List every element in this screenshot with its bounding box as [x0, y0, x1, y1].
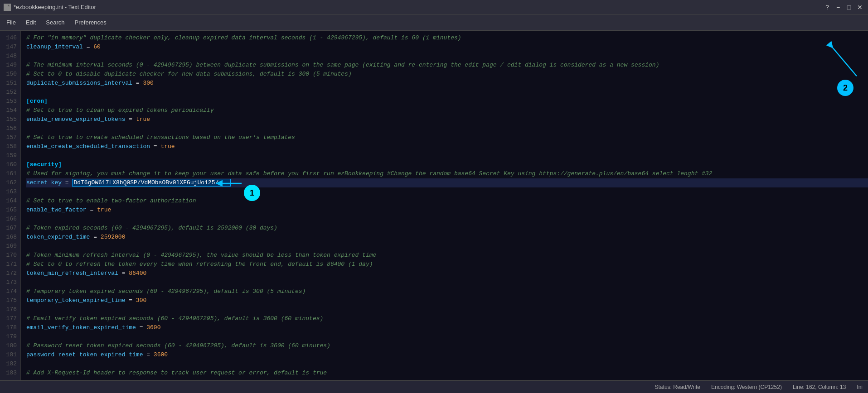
code-line[interactable]: email_verify_token_expired_time = 3600	[26, 323, 868, 332]
code-line[interactable]: # Password reset token expired seconds (…	[26, 341, 868, 350]
code-line[interactable]: # Set to 0 to disable duplicate checker …	[26, 70, 868, 79]
line-number: 168	[4, 233, 17, 242]
line-number: 180	[4, 341, 17, 350]
title-bar: *ezbookkeeping.ini - Text Editor ? − □ ✕	[0, 0, 868, 14]
file-icon	[4, 4, 11, 11]
line-number: 170	[4, 251, 17, 260]
code-line[interactable]: # Token minimum refresh interval (0 - 42…	[26, 251, 868, 260]
menu-preferences[interactable]: Preferences	[70, 17, 111, 28]
line-number: 151	[4, 79, 17, 88]
line-number: 176	[4, 305, 17, 314]
code-line[interactable]: # Token expired seconds (60 - 4294967295…	[26, 224, 868, 233]
arrow-2-icon	[823, 40, 863, 81]
code-line[interactable]	[26, 332, 868, 341]
annotation-1: 1	[244, 185, 260, 201]
code-line[interactable]: temporary_token_expired_time = 300	[26, 296, 868, 305]
line-number: 147	[4, 43, 17, 52]
line-number: 182	[4, 359, 17, 369]
status-bar: Status: Read/Write Encoding: Western (CP…	[0, 380, 868, 393]
window-controls: ? − □ ✕	[823, 3, 864, 12]
line-number: 159	[4, 151, 17, 160]
line-number: 161	[4, 169, 17, 178]
line-number: 181	[4, 350, 17, 359]
maximize-button[interactable]: □	[844, 3, 853, 12]
line-number: 158	[4, 142, 17, 151]
line-number: 175	[4, 296, 17, 305]
status-encoding: Encoding: Western (CP1252)	[711, 384, 782, 390]
line-number: 169	[4, 242, 17, 251]
code-line[interactable]: # Set to 0 to refresh the token every ti…	[26, 260, 868, 269]
code-line[interactable]	[26, 151, 868, 160]
code-line[interactable]: enable_create_scheduled_transaction = tr…	[26, 142, 868, 151]
line-number: 146	[4, 34, 17, 43]
status-position: Line: 162, Column: 13	[793, 384, 846, 390]
line-number: 163	[4, 187, 17, 196]
code-line[interactable]: [security]	[26, 160, 868, 169]
menu-edit[interactable]: Edit	[21, 17, 40, 28]
line-numbers: 1461471481491501511521531541551561571581…	[0, 31, 21, 380]
code-line[interactable]: # The minimum interval seconds (0 - 4294…	[26, 61, 868, 70]
line-number: 165	[4, 206, 17, 215]
code-line[interactable]: # Used for signing, you must change it t…	[26, 169, 868, 178]
code-line[interactable]	[26, 305, 868, 314]
line-number: 154	[4, 106, 17, 115]
code-line[interactable]	[26, 52, 868, 61]
code-line[interactable]: # Add X-Request-Id header to response to…	[26, 369, 868, 378]
code-line[interactable]	[26, 124, 868, 133]
code-line[interactable]	[26, 187, 868, 196]
code-line[interactable]	[26, 215, 868, 224]
menu-bar: File Edit Search Preferences	[0, 14, 868, 31]
code-line[interactable]: token_min_refresh_interval = 86400	[26, 269, 868, 278]
code-line[interactable]: # Email verify token expired seconds (60…	[26, 314, 868, 323]
code-line[interactable]	[26, 359, 868, 369]
close-button[interactable]: ✕	[855, 3, 864, 12]
line-number: 156	[4, 124, 17, 133]
line-number: 152	[4, 88, 17, 97]
code-line[interactable]	[26, 88, 868, 97]
code-line[interactable]: secret_key = DdT6gOW617LX8bQ0SP/VdMObsOB…	[26, 178, 868, 187]
code-line[interactable]	[26, 278, 868, 287]
minimize-button[interactable]: −	[834, 3, 843, 12]
line-number: 160	[4, 160, 17, 169]
code-editor[interactable]: # For "in_memory" duplicate checker only…	[21, 31, 868, 380]
line-number: 166	[4, 215, 17, 224]
line-number: 157	[4, 133, 17, 142]
code-line[interactable]: # Set to true to enable two-factor autho…	[26, 196, 868, 206]
code-line[interactable]: cleanup_interval = 60	[26, 43, 868, 52]
line-number: 162	[4, 178, 17, 187]
code-line[interactable]: # Temporary token expired seconds (60 - …	[26, 287, 868, 296]
code-line[interactable]: # Set to true to create scheduled transa…	[26, 133, 868, 142]
status-format: Ini	[857, 384, 863, 390]
menu-search[interactable]: Search	[41, 17, 69, 28]
annotation-2: 2	[837, 80, 853, 96]
code-line[interactable]: # For "in_memory" duplicate checker only…	[26, 34, 868, 43]
code-line[interactable]: password_reset_token_expired_time = 3600	[26, 350, 868, 359]
code-line[interactable]: enable_two_factor = true	[26, 206, 868, 215]
code-line[interactable]: duplicate_submissions_interval = 300	[26, 79, 868, 88]
line-number: 167	[4, 224, 17, 233]
line-number: 148	[4, 52, 17, 61]
line-number: 177	[4, 314, 17, 323]
editor-container: 1461471481491501511521531541551561571581…	[0, 31, 868, 380]
title-bar-left: *ezbookkeeping.ini - Text Editor	[4, 4, 96, 11]
code-line[interactable]: # Set to true to clean up expired tokens…	[26, 106, 868, 115]
help-button[interactable]: ?	[823, 3, 832, 12]
code-line[interactable]: token_expired_time = 2592000	[26, 233, 868, 242]
line-number: 174	[4, 287, 17, 296]
line-number: 155	[4, 115, 17, 124]
line-number: 171	[4, 260, 17, 269]
selected-value: DdT6gOW617LX8bQ0SP/VdMObsOBv0lXFGujUo125…	[72, 179, 230, 187]
line-number: 178	[4, 323, 17, 332]
line-number: 153	[4, 97, 17, 106]
line-number: 149	[4, 61, 17, 70]
code-line[interactable]	[26, 242, 868, 251]
code-line[interactable]: [cron]	[26, 97, 868, 106]
menu-file[interactable]: File	[2, 17, 20, 28]
line-number: 150	[4, 70, 17, 79]
svg-line-3	[832, 47, 857, 76]
title-text: *ezbookkeeping.ini - Text Editor	[14, 4, 96, 10]
line-number: 183	[4, 369, 17, 378]
status-read-write: Status: Read/Write	[655, 384, 701, 390]
line-number: 173	[4, 278, 17, 287]
code-line[interactable]: enable_remove_expired_tokens = true	[26, 115, 868, 124]
